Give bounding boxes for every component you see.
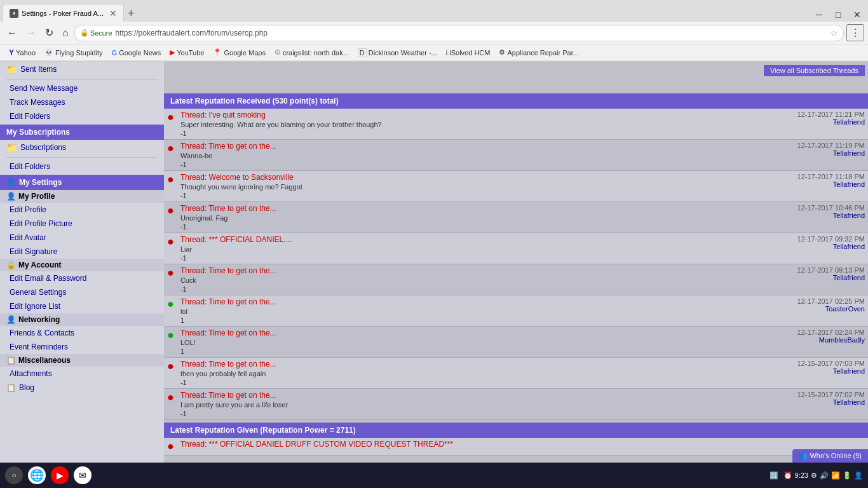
rep-dot: ● — [167, 391, 174, 403]
bookmark-google-maps[interactable]: 📍 Google Maps — [209, 47, 269, 58]
event-reminders-link[interactable]: Event Reminders — [10, 342, 68, 351]
rep-user-link[interactable]: ToasterOven — [825, 305, 865, 313]
edit-profile-picture-item[interactable]: Edit Profile Picture — [0, 217, 164, 231]
rep-user-link[interactable]: Tellafriend — [833, 274, 865, 281]
blog-link[interactable]: Blog — [19, 383, 34, 392]
taskbar-youtube-icon[interactable]: ▶ — [51, 466, 69, 484]
edit-profile-item[interactable]: Edit Profile — [0, 203, 164, 217]
rep-thread-link[interactable]: Thread: I've quit smoking — [180, 111, 266, 119]
bookmark-youtube[interactable]: ▶ YouTube — [166, 47, 208, 58]
misc-icon: 📋 — [6, 356, 16, 365]
rep-thread-link[interactable]: Thread: Time to get on the... — [180, 360, 276, 369]
edit-signature-item[interactable]: Edit Signature — [0, 245, 164, 259]
edit-folders2-link[interactable]: Edit Folders — [10, 162, 50, 171]
general-settings-link[interactable]: General Settings — [10, 288, 66, 297]
rep-row: ● Thread: Time to get on the... Wanna-be… — [164, 140, 868, 171]
edit-folders-link[interactable]: Edit Folders — [10, 112, 50, 121]
friends-contacts-link[interactable]: Friends & Contacts — [10, 329, 74, 337]
close-button[interactable]: ✕ — [849, 8, 865, 22]
edit-ignore-list-link[interactable]: Edit Ignore List — [10, 302, 60, 311]
view-all-subscribed-button[interactable]: View all Subscribed Threads — [764, 65, 865, 76]
bookmark-dickinson-weather[interactable]: D Dickinson Weather -... — [354, 47, 441, 58]
edit-profile-picture-link[interactable]: Edit Profile Picture — [10, 219, 72, 228]
address-bar[interactable]: 🔒 Secure https://pokerfraudalert.com/for… — [74, 25, 844, 41]
lock-account-icon: 🔒 — [6, 261, 16, 269]
back-button[interactable]: ← — [4, 26, 20, 40]
bookmark-isolved[interactable]: i iSolved HCM — [442, 48, 494, 58]
bookmark-yahoo[interactable]: Y Yahoo — [5, 47, 39, 58]
lock-icon: 🔒 — [80, 29, 89, 37]
new-tab-button[interactable]: + — [124, 6, 139, 22]
taskbar-chrome-icon[interactable]: 🌐 — [28, 466, 46, 484]
reload-button[interactable]: ↻ — [42, 25, 57, 40]
rep-user-link[interactable]: Tellafriend — [833, 180, 865, 188]
rep-thread-link[interactable]: Thread: Time to get on the... — [180, 266, 276, 275]
event-reminders-item[interactable]: Event Reminders — [0, 340, 164, 354]
profile-icon: 👤 — [6, 192, 16, 201]
edit-ignore-list-item[interactable]: Edit Ignore List — [0, 299, 164, 313]
rep-thread-link[interactable]: Thread: Time to get on the... — [180, 329, 276, 337]
rep-dot: ● — [167, 360, 174, 372]
edit-folders-item[interactable]: Edit Folders — [0, 109, 164, 123]
subscriptions-item[interactable]: 📁 Subscriptions — [0, 140, 164, 155]
subscriptions-link[interactable]: Subscriptions — [20, 143, 66, 152]
tab-title: Settings - Poker Fraud A... — [22, 10, 104, 17]
forward-button[interactable]: → — [23, 26, 39, 40]
rep-user-link[interactable]: Tellafriend — [833, 243, 865, 250]
edit-email-password-link[interactable]: Edit Email & Password — [10, 274, 86, 283]
bookmark-appliance-repair[interactable]: ⚙ Appliance Repair Par... — [495, 47, 583, 58]
isolved-icon: i — [446, 49, 447, 57]
track-messages-link[interactable]: Track Messages — [10, 98, 65, 107]
edit-avatar-item[interactable]: Edit Avatar — [0, 231, 164, 245]
rep-user-link[interactable]: Tellafriend — [833, 212, 865, 219]
rep-given-dot: ● — [167, 440, 174, 452]
edit-avatar-link[interactable]: Edit Avatar — [10, 233, 46, 242]
divider2 — [6, 157, 158, 158]
rep-given-thread-link[interactable]: Thread: *** OFFICIAL DANIEL DRUFF CUSTOM… — [180, 440, 453, 449]
sent-items-link[interactable]: Sent Items — [20, 65, 57, 74]
rep-thread-link[interactable]: Thread: Time to get on the... — [180, 297, 276, 306]
minimize-button[interactable]: ─ — [811, 8, 827, 22]
rep-thread-link[interactable]: Thread: Welcome to Sacksonville — [180, 173, 294, 182]
rep-user-link[interactable]: Tellafriend — [833, 367, 865, 375]
reputation-received-table: ● Thread: I've quit smoking Super intere… — [164, 109, 868, 420]
taskbar: ○ 🌐 ▶ ✉ 🔢 ⏰ 9:23 ⚙ 🔊 📶 🔋 👤 — [0, 463, 868, 488]
rep-thread-link[interactable]: Thread: Time to get on the... — [180, 142, 276, 151]
rep-thread-link[interactable]: Thread: *** OFFICIAL DANIEL.... — [180, 235, 292, 244]
track-messages-item[interactable]: Track Messages — [0, 95, 164, 109]
home-button[interactable]: ⌂ — [59, 26, 72, 40]
bookmark-star-icon[interactable]: ☆ — [830, 28, 838, 38]
tab-close-button[interactable]: ✕ — [109, 8, 117, 18]
active-tab[interactable]: ♠ Settings - Poker Fraud A... ✕ — [3, 4, 124, 22]
rep-dot: ● — [167, 204, 174, 217]
friends-contacts-item[interactable]: Friends & Contacts — [0, 326, 164, 340]
rep-thread-link[interactable]: Thread: Time to get on the... — [180, 204, 276, 213]
attachments-link[interactable]: Attachments — [10, 369, 52, 378]
edit-folders2-item[interactable]: Edit Folders — [0, 159, 164, 173]
rep-meta-cell: 12-17-2017 09:32 PM Tellafriend — [747, 233, 868, 264]
networking-icon: 👤 — [6, 315, 16, 324]
maximize-button[interactable]: □ — [830, 8, 846, 22]
taskbar-gmail-icon[interactable]: ✉ — [74, 466, 92, 484]
browser-menu-button[interactable]: ⋮ — [846, 24, 864, 41]
rep-user-link[interactable]: MumblesBadly — [819, 336, 865, 344]
rep-user-link[interactable]: Tellafriend — [833, 118, 865, 126]
bookmark-google-news[interactable]: G Google News — [108, 48, 165, 58]
settings-header: 👤 My Settings — [0, 175, 164, 190]
bookmark-flying-stupidity[interactable]: 💀 Flying Stupidity — [41, 47, 107, 58]
rep-thread-link[interactable]: Thread: Time to get on the... — [180, 391, 276, 400]
edit-profile-link[interactable]: Edit Profile — [10, 205, 46, 214]
edit-email-password-item[interactable]: Edit Email & Password — [0, 271, 164, 285]
rep-user-link[interactable]: Tellafriend — [833, 149, 865, 157]
sent-items-item[interactable]: 📁 Sent Items — [0, 62, 164, 77]
send-new-message-item[interactable]: Send New Message — [0, 81, 164, 95]
general-settings-item[interactable]: General Settings — [0, 285, 164, 299]
taskbar-os-icon[interactable]: ○ — [5, 466, 23, 484]
bookmark-craigslist[interactable]: ☮ craigslist: north dak... — [271, 47, 353, 58]
send-new-message-link[interactable]: Send New Message — [10, 84, 78, 93]
rep-user-link[interactable]: Tellafriend — [833, 398, 865, 406]
edit-signature-link[interactable]: Edit Signature — [10, 247, 57, 256]
blog-item[interactable]: 📋 Blog — [0, 381, 164, 395]
rep-date: 12-17-2017 11:19 PM — [750, 142, 865, 149]
attachments-item[interactable]: Attachments — [0, 367, 164, 381]
